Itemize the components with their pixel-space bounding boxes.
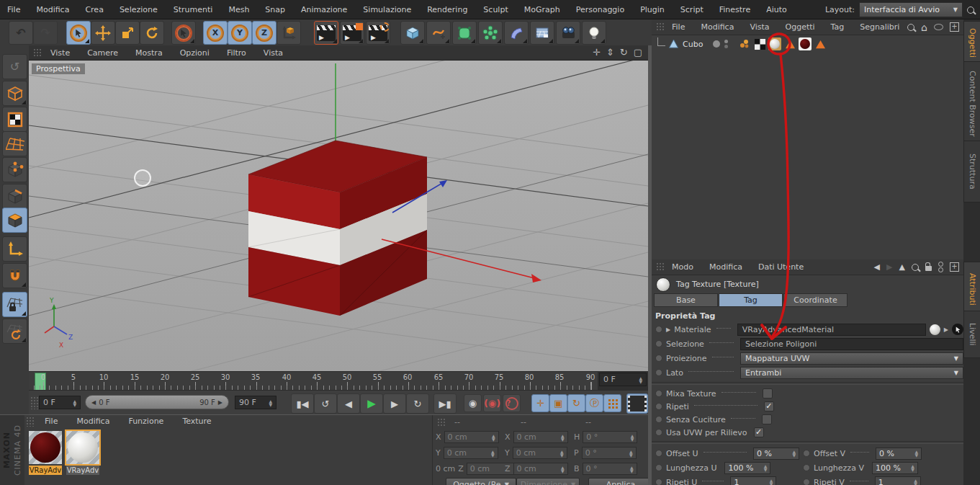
anim-dot[interactable] (655, 429, 662, 436)
apply-button[interactable]: Applica (588, 478, 649, 485)
attr-menu-dati-utente[interactable]: Dati Utente (758, 262, 804, 272)
frame-range-slider[interactable]: ◀ 0 F 90 F ▶ (85, 395, 229, 409)
points-mode-button[interactable] (2, 157, 27, 182)
material-menu-funzione[interactable]: Funzione (128, 417, 163, 426)
uvw-tag[interactable] (753, 37, 766, 50)
viewport-zoom-icon[interactable]: ⇕ (606, 47, 614, 58)
side-tab-oggetti[interactable]: Oggetti (963, 21, 980, 66)
menubar-item-mesh[interactable]: Mesh (228, 5, 249, 14)
layout-dropdown[interactable]: Interfaccia di Avvio ▼ (859, 2, 963, 17)
axis-mode-button[interactable] (2, 236, 27, 262)
material-menu-modifica[interactable]: Modifica (76, 417, 109, 426)
menubar-item-modifica[interactable]: Modifica (36, 5, 69, 14)
visibility-dot-editor[interactable] (713, 40, 720, 48)
coords-mode-dropdown[interactable]: Oggetto (Re▼ (446, 478, 516, 485)
viewport-menu-vista[interactable]: Vista (264, 48, 283, 58)
history-back-icon[interactable]: ◀ (874, 262, 880, 272)
coord-field-b[interactable]: 0 °▲▼ (583, 463, 637, 475)
menubar-item-crea[interactable]: Crea (85, 5, 103, 14)
spinner-icon[interactable]: ▲▼ (914, 450, 918, 457)
menubar-item-plugin[interactable]: Plugin (640, 5, 665, 14)
spinner-icon[interactable]: ▲▼ (639, 376, 642, 383)
spinner-icon[interactable]: ▲▼ (914, 479, 917, 485)
redo-button[interactable]: ↷ (33, 21, 58, 45)
side-tab-content-browser[interactable]: Content Browser (963, 61, 980, 146)
polygons-mode-button[interactable] (2, 208, 27, 233)
add-generator-button[interactable] (478, 21, 503, 45)
anim-dot[interactable] (803, 450, 810, 457)
next-key-button[interactable]: ↻ (406, 393, 429, 414)
tab-coordinate[interactable]: Coordinate (783, 293, 848, 307)
model-mode-button[interactable] (2, 81, 27, 106)
anim-dot[interactable] (655, 326, 662, 333)
autokey-button[interactable]: (◉) (483, 394, 501, 412)
selezione-field[interactable]: Selezione Poligoni (740, 338, 963, 350)
search-icon[interactable] (907, 24, 914, 31)
om-menu-modifica[interactable]: Modifica (701, 22, 734, 32)
anim-dot[interactable] (655, 416, 662, 423)
menubar-item-finestre[interactable]: Finestre (719, 5, 750, 14)
spinner-icon[interactable]: ▲▼ (269, 399, 272, 406)
add-panel-icon[interactable]: + (950, 262, 959, 272)
material-thumbnail-white[interactable] (66, 431, 99, 464)
selection-tool-button[interactable] (171, 21, 196, 45)
coord-field-y1[interactable]: 0 cm▲▼ (444, 447, 498, 459)
anim-dot[interactable] (655, 479, 662, 485)
keyframe-position-button[interactable]: ✛ (531, 394, 549, 412)
render-settings-button[interactable] (366, 21, 390, 45)
goto-start-button[interactable]: ▮◀ (291, 393, 314, 414)
offset-v-field[interactable]: 0 %▲▼ (876, 448, 922, 460)
play-button[interactable]: ▶ (360, 393, 383, 414)
side-tab-livelli[interactable]: Livelli (963, 311, 980, 358)
object-name[interactable]: Cubo (683, 40, 703, 49)
tab-tag[interactable]: Tag (719, 293, 783, 307)
viewport-menu-viste[interactable]: Viste (50, 48, 70, 58)
panel-grip[interactable] (656, 22, 665, 32)
keyframe-parameter-button[interactable]: Ⓟ (585, 394, 603, 412)
add-subdivision-surface-button[interactable] (452, 21, 477, 45)
polygon-selection-tag-1[interactable] (783, 37, 796, 50)
spinner-icon[interactable]: ▲▼ (764, 464, 768, 471)
scale-button[interactable] (115, 21, 140, 45)
coord-field-x1[interactable]: 0 cm▲▼ (444, 431, 499, 443)
panel-grip[interactable] (437, 418, 446, 427)
anim-dot[interactable] (655, 390, 662, 397)
menubar-item-strumenti[interactable]: Strumenti (174, 5, 213, 14)
menubar-item-sculpt[interactable]: Sculpt (483, 5, 508, 14)
search-icon[interactable] (967, 6, 974, 14)
viewport-maximize-icon[interactable]: ▢ (634, 47, 642, 58)
lock-x-button[interactable]: X (203, 21, 228, 45)
coord-field-z2[interactable]: 0 cm▲▼ (513, 463, 568, 475)
material-preview-icon[interactable] (930, 324, 940, 335)
add-deformer-button[interactable] (504, 21, 529, 45)
menubar-item-script[interactable]: Script (680, 5, 703, 14)
history-forward-icon[interactable]: ▶ (886, 262, 892, 272)
double-circle-icon[interactable] (938, 262, 943, 272)
spinner-icon[interactable]: ▲▼ (73, 399, 76, 406)
anim-dot[interactable] (655, 403, 662, 410)
viewport-menu-opzioni[interactable]: Opzioni (180, 48, 210, 58)
move-button[interactable] (91, 21, 115, 45)
om-menu-segnalibri[interactable]: Segnalibri (860, 22, 899, 32)
viewport-pan-icon[interactable]: ✛ (593, 47, 601, 58)
anim-dot[interactable] (655, 464, 662, 471)
anim-dot[interactable] (655, 355, 662, 362)
attr-menu-modifica[interactable]: Modifica (709, 262, 742, 272)
lato-dropdown[interactable]: Entrambi▼ (740, 367, 963, 379)
workplane-transform-button[interactable] (2, 319, 27, 344)
menubar-item-animazione[interactable]: Animazione (301, 5, 347, 14)
materiale-field[interactable]: VRayAdvancedMaterial (737, 324, 926, 336)
frame-end-field[interactable]: 90 F ▲▼ (235, 396, 277, 409)
view-label[interactable]: Prospettiva (32, 63, 85, 74)
menubar-item-aiuto[interactable]: Aiuto (766, 5, 787, 14)
usa-uvw-checkbox[interactable]: ✓ (754, 427, 764, 437)
workplane-mode-button[interactable] (2, 131, 27, 156)
object-row-cubo[interactable]: Cubo (652, 35, 963, 53)
add-environment-button[interactable] (530, 21, 554, 45)
texture-tag-red[interactable] (799, 37, 812, 50)
current-frame-field[interactable]: 0 F ▲▼ (599, 373, 647, 386)
previous-key-button[interactable]: ↺ (314, 393, 337, 414)
coordinate-system-button[interactable] (277, 21, 301, 45)
om-menu-file[interactable]: File (672, 22, 685, 32)
panel-grip[interactable] (30, 396, 39, 409)
